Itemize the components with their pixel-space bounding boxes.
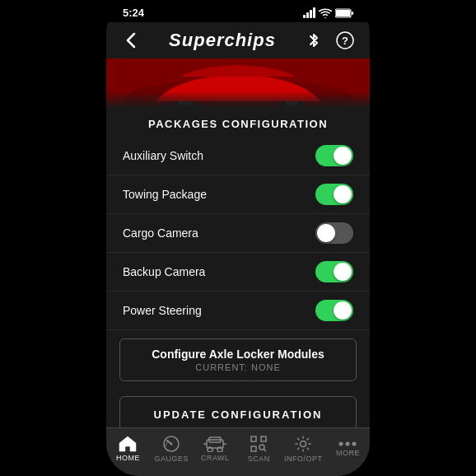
phone-container: 5:24 bbox=[106, 0, 370, 476]
svg-rect-20 bbox=[261, 436, 266, 441]
svg-rect-19 bbox=[251, 436, 256, 441]
hero-image bbox=[106, 58, 370, 108]
svg-point-7 bbox=[173, 92, 196, 108]
toggle-item-steering: Power Steering bbox=[106, 292, 370, 330]
status-time: 5:24 bbox=[123, 7, 144, 19]
toggle-knob bbox=[334, 301, 352, 320]
toggle-knob bbox=[317, 224, 335, 242]
toggle-cargo-switch[interactable] bbox=[315, 222, 353, 244]
gauge-icon bbox=[162, 435, 180, 453]
toggle-list: Auxiliary Switch Towing Package Cargo Ca… bbox=[106, 137, 370, 330]
toggle-auxiliary-switch[interactable] bbox=[315, 145, 353, 166]
bluetooth-button[interactable] bbox=[302, 29, 325, 52]
svg-point-26 bbox=[346, 442, 350, 446]
status-bar: 5:24 bbox=[106, 0, 370, 22]
nav-item-more[interactable]: MORE bbox=[329, 441, 366, 457]
nav-item-crawl[interactable]: CRAWL bbox=[197, 436, 233, 462]
crawl-icon bbox=[203, 436, 226, 452]
svg-point-25 bbox=[339, 442, 343, 446]
header: Superchips ? bbox=[106, 22, 370, 58]
nav-label-gauges: GAUGES bbox=[155, 455, 189, 463]
axle-button-title: Configure Axle Locker Modules bbox=[133, 348, 343, 361]
svg-point-24 bbox=[301, 441, 306, 447]
back-button[interactable] bbox=[119, 29, 142, 52]
svg-rect-2 bbox=[352, 12, 353, 15]
toggle-towing-switch[interactable] bbox=[315, 184, 353, 205]
axle-button-subtitle: CURRENT: NONE bbox=[133, 362, 343, 372]
header-actions: ? bbox=[302, 29, 357, 52]
update-configuration-button[interactable]: UPDATE CONFIGURATION bbox=[119, 396, 357, 427]
svg-text:?: ? bbox=[342, 35, 348, 47]
gear-icon bbox=[294, 435, 312, 453]
svg-point-8 bbox=[178, 97, 191, 108]
svg-point-10 bbox=[285, 97, 298, 108]
toggle-knob bbox=[334, 185, 352, 203]
battery-icon bbox=[335, 8, 353, 18]
main-content: PACKAGES CONFIGURATION Auxiliary Switch … bbox=[106, 108, 370, 427]
scan-icon bbox=[250, 435, 268, 453]
toggle-label-auxiliary: Auxiliary Switch bbox=[123, 149, 203, 162]
home-icon bbox=[119, 436, 137, 452]
svg-rect-1 bbox=[336, 10, 350, 16]
nav-item-home[interactable]: HOME bbox=[110, 436, 146, 462]
help-button[interactable]: ? bbox=[334, 29, 357, 52]
status-icons bbox=[303, 7, 353, 18]
nav-item-gauges[interactable]: GAUGES bbox=[153, 435, 189, 463]
toggle-label-steering: Power Steering bbox=[123, 304, 202, 317]
toggle-steering-switch[interactable] bbox=[315, 300, 353, 321]
svg-point-9 bbox=[280, 92, 303, 108]
update-button-label: UPDATE CONFIGURATION bbox=[133, 408, 343, 421]
app-title: Superchips bbox=[169, 30, 276, 51]
toggle-item-towing: Towing Package bbox=[106, 175, 370, 214]
toggle-item-cargo: Cargo Camera bbox=[106, 214, 370, 253]
toggle-label-towing: Towing Package bbox=[123, 188, 207, 201]
nav-label-home: HOME bbox=[116, 454, 140, 462]
svg-point-27 bbox=[352, 442, 357, 446]
nav-item-infoopt[interactable]: INFO/OPT bbox=[284, 435, 323, 463]
toggle-label-cargo: Cargo Camera bbox=[123, 226, 198, 240]
bottom-nav: HOME GAUGES CRAWL bbox=[106, 427, 370, 476]
toggle-knob bbox=[334, 263, 352, 281]
nav-item-scan[interactable]: SCAN bbox=[240, 435, 277, 463]
nav-label-crawl: CRAWL bbox=[201, 454, 230, 462]
toggle-knob bbox=[334, 147, 352, 165]
signal-icon bbox=[303, 7, 315, 18]
wifi-icon bbox=[319, 8, 332, 18]
toggle-backup-switch[interactable] bbox=[315, 261, 353, 282]
svg-rect-21 bbox=[251, 446, 256, 451]
nav-label-infoopt: INFO/OPT bbox=[284, 455, 323, 463]
toggle-label-backup: Backup Camera bbox=[123, 265, 205, 278]
svg-line-23 bbox=[264, 449, 266, 451]
configure-axle-button[interactable]: Configure Axle Locker Modules CURRENT: N… bbox=[119, 338, 357, 381]
section-title: PACKAGES CONFIGURATION bbox=[106, 108, 370, 137]
toggle-item-backup: Backup Camera bbox=[106, 253, 370, 292]
toggle-item-auxiliary: Auxiliary Switch bbox=[106, 137, 370, 175]
more-dots-icon bbox=[338, 441, 357, 447]
svg-point-12 bbox=[170, 443, 173, 446]
nav-label-more: MORE bbox=[336, 449, 360, 457]
nav-label-scan: SCAN bbox=[248, 455, 270, 463]
